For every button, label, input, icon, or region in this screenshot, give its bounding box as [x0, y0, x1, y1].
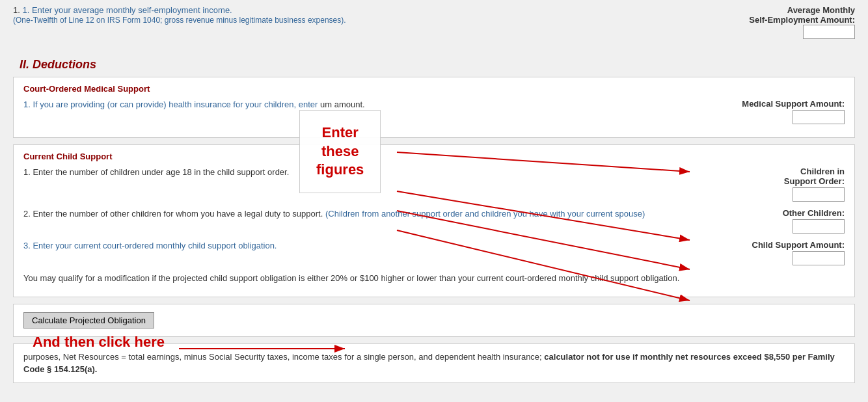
other-children-item: 2. Enter the number of other children fo…: [23, 209, 325, 219]
disclaimer-text: purposes, Net Resources = total earnings…: [23, 351, 845, 376]
medical-support-input[interactable]: [793, 110, 845, 124]
instruction-1-sub: (One-Twelfth of Line 12 on IRS Form 1040…: [13, 16, 346, 25]
self-employment-field-group: Average Monthly Self-Employment Amount:: [749, 5, 855, 39]
other-children-label: Other Children:: [783, 208, 845, 218]
child-support-amount-row: 3. Enter your current court-ordered mont…: [23, 240, 845, 265]
other-children-paren: (Children from another support order and…: [325, 209, 645, 219]
children-order-text: 1. Enter the number of children under ag…: [23, 167, 701, 178]
child-support-amount-input[interactable]: [793, 251, 845, 265]
medical-support-header: Court-Ordered Medical Support: [23, 84, 845, 94]
other-children-input[interactable]: [793, 219, 845, 234]
child-support-header: Current Child Support: [23, 152, 845, 161]
medical-item-1-cont: um amount.: [320, 100, 365, 109]
instruction-1-text: 1. 1. Enter your average monthly self-em…: [13, 5, 346, 25]
disclaimer-box: purposes, Net Resources = total earnings…: [13, 343, 855, 383]
medical-item-1: 1. If you are providing (or can provide)…: [23, 100, 318, 109]
section-ii-title: II. Deductions: [20, 58, 855, 72]
other-children-row: 2. Enter the number of other children fo…: [23, 208, 845, 234]
children-order-input[interactable]: [793, 187, 845, 202]
self-employment-link[interactable]: 1. Enter your average monthly self-emplo…: [22, 5, 232, 15]
children-order-row: 1. Enter the number of children under ag…: [23, 167, 845, 202]
children-order-item: 1. Enter the number of children under ag…: [23, 167, 289, 177]
child-support-amount-text: 3. Enter your current court-ordered mont…: [23, 240, 701, 252]
child-support-amount-field-group: Child Support Amount:: [701, 240, 845, 265]
modification-note: You may qualify for a modification if th…: [23, 272, 845, 285]
child-support-item-3: 3. Enter your current court-ordered mont…: [23, 241, 277, 250]
self-employment-label: Self-Employment Amount:: [749, 15, 855, 25]
medical-support-label: Medical Support Amount:: [742, 99, 845, 109]
top-area: 1. 1. Enter your average monthly self-em…: [0, 0, 868, 45]
self-employment-input[interactable]: [803, 25, 855, 39]
medical-support-section: Court-Ordered Medical Support 1. If you …: [13, 77, 855, 138]
calculate-area: Calculate Projected Obligation: [13, 304, 855, 337]
child-support-section: Current Child Support 1. Enter the numbe…: [13, 144, 855, 297]
other-children-field-group: Other Children:: [701, 208, 845, 234]
top-row: 1. 1. Enter your average monthly self-em…: [13, 5, 855, 39]
child-support-amount-label: Child Support Amount:: [752, 240, 845, 250]
calculate-button[interactable]: Calculate Projected Obligation: [23, 312, 154, 328]
disclaimer-start: purposes, Net Resources = total earnings…: [23, 352, 544, 362]
children-order-label: Children in Support Order:: [784, 167, 845, 186]
other-children-text: 2. Enter the number of other children fo…: [23, 208, 701, 220]
medical-support-row: 1. If you are providing (or can provide)…: [23, 99, 845, 124]
medical-support-field-group: Medical Support Amount:: [701, 99, 845, 124]
main-content: II. Deductions Court-Ordered Medical Sup…: [0, 45, 868, 402]
children-order-field-group: Children in Support Order:: [701, 167, 845, 202]
avg-monthly-label: Average Monthly: [787, 5, 855, 15]
medical-support-text: 1. If you are providing (or can provide)…: [23, 99, 701, 111]
